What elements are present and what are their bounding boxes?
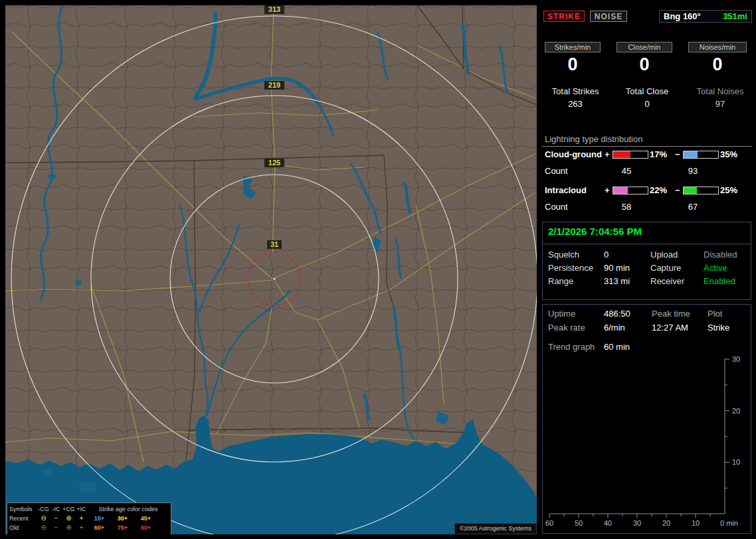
ic-plus-sign: + (605, 185, 610, 195)
plot-label: Plot (708, 309, 722, 319)
ring-label-313: 313 (264, 5, 284, 14)
bearing-distance-value: 351mi (723, 11, 747, 21)
range-label: Range (548, 276, 573, 286)
close-per-min-label: Close/min (616, 42, 672, 52)
trend-window-value: 60 min (604, 342, 630, 352)
svg-text:31: 31 (270, 240, 278, 248)
cg-minus-sign: − (675, 149, 680, 159)
cg-count-label: Count (545, 166, 568, 176)
bearing-value: Bng 160° (664, 11, 701, 21)
intracloud-label: Intracloud (545, 185, 587, 195)
trend-axis-labels: 30 20 10 60 50 40 30 20 10 0 min (545, 355, 740, 527)
neg-cg-recent-icon: ⊖ (37, 514, 50, 523)
lightning-tracker-app: 313 219 125 31 Symbols -CG (0, 0, 756, 539)
close-per-min-value: 0 (616, 54, 672, 75)
distribution-divider (542, 146, 752, 147)
total-strikes-value: 263 (542, 99, 609, 109)
sensor-location-dot (273, 277, 275, 279)
cg-negative-bar (683, 151, 719, 159)
svg-text:20: 20 (732, 407, 740, 415)
legend-row-old-label: Old (9, 523, 37, 532)
age-code-15: 15+ (88, 514, 111, 523)
svg-text:50: 50 (575, 519, 583, 527)
ic-negative-count: 67 (682, 202, 704, 212)
ic-negative-bar (683, 187, 719, 194)
svg-text:30: 30 (633, 519, 641, 527)
trend-axes (549, 359, 729, 518)
peak-rate-label: Peak rate (548, 323, 585, 333)
legend-age-header: Strike age color codes (88, 504, 169, 514)
persistence-value: 90 min (604, 263, 630, 273)
total-noises-label: Total Noises (684, 86, 756, 96)
strikes-per-min-value: 0 (545, 54, 601, 75)
legend-col-neg-ic: -IC (50, 504, 62, 514)
total-close-label: Total Close (613, 86, 682, 96)
strikes-per-min-label: Strikes/min (545, 42, 601, 52)
squelch-label: Squelch (548, 250, 579, 260)
datetime-divider (543, 244, 751, 244)
total-noises-value: 97 (684, 99, 756, 109)
cg-plus-sign: + (605, 149, 610, 159)
peak-rate-value: 6/min (604, 323, 625, 333)
map-view[interactable]: 313 219 125 31 Symbols -CG (5, 5, 537, 534)
distribution-title: Lightning type distribution (545, 134, 642, 144)
ring-label-31: 31 (267, 240, 282, 249)
copyright-notice: ©2005 Astrogenic Systems (454, 523, 537, 534)
pos-cg-old-icon: ⊕ (62, 523, 75, 532)
age-code-75: 75+ (111, 523, 134, 532)
legend-col-pos-ic: +IC (75, 504, 88, 514)
receiver-label: Receiver (650, 276, 684, 286)
uptime-value: 486:50 (604, 309, 630, 319)
neg-cg-old-icon: ⊖ (37, 523, 50, 532)
ic-positive-bar (613, 187, 648, 194)
legend-col-neg-cg: -CG (37, 504, 50, 514)
plot-value: Strike (708, 323, 729, 333)
capture-status: Active (704, 263, 727, 273)
pos-ic-old-icon: + (75, 523, 88, 532)
svg-text:40: 40 (604, 519, 612, 527)
legend-col-pos-cg: +CG (62, 504, 75, 514)
cg-positive-count: 45 (615, 166, 638, 176)
persistence-label: Persistence (548, 263, 593, 273)
age-code-90: 90+ (134, 523, 157, 532)
neg-ic-old-icon: − (50, 523, 62, 532)
pos-ic-recent-icon: + (75, 514, 88, 523)
peak-time-value: 12:27 AM (652, 323, 688, 333)
map-legend: Symbols -CG -IC +CG +IC Strike age color… (7, 502, 171, 534)
ic-minus-sign: − (675, 185, 680, 195)
age-code-60: 60+ (88, 523, 111, 532)
neg-ic-recent-icon: − (50, 514, 62, 523)
cg-positive-pct: 17% (650, 149, 674, 159)
total-strikes-label: Total Strikes (542, 86, 609, 96)
age-code-30: 30+ (111, 514, 134, 523)
map-svg: 313 219 125 31 (5, 5, 537, 534)
svg-text:60: 60 (545, 519, 553, 527)
svg-text:10: 10 (692, 519, 700, 527)
trend-graph-label: Trend graph (548, 342, 595, 352)
ic-count-label: Count (545, 202, 568, 212)
ring-label-219: 219 (264, 81, 284, 90)
cg-negative-count: 93 (682, 166, 704, 176)
system-status-box: 2/1/2026 7:04:56 PM Squelch 0 Upload Dis… (542, 222, 751, 300)
bearing-range-box: Bng 160° 351mi (659, 10, 752, 23)
range-value: 313 mi (604, 276, 630, 286)
legend-row-recent-label: Recent (9, 514, 37, 523)
noise-indicator-lamp: NOISE (590, 11, 627, 22)
status-panel: STRIKE NOISE Bng 160° 351mi Strikes/min … (542, 0, 756, 539)
svg-text:219: 219 (268, 81, 280, 89)
noises-per-min-label: Noises/min (688, 42, 747, 52)
strike-indicator-lamp: STRIKE (543, 11, 585, 22)
trend-chart: 30 20 10 60 50 40 30 20 10 0 min (544, 354, 750, 532)
svg-text:313: 313 (268, 5, 280, 13)
ic-positive-pct: 22% (650, 185, 674, 195)
ic-negative-pct: 25% (720, 185, 744, 195)
ring-label-125: 125 (264, 159, 284, 167)
trend-graph-box: Uptime 486:50 Peak time Plot Peak rate 6… (542, 304, 751, 534)
noises-per-min-value: 0 (688, 54, 747, 75)
receiver-status: Enabled (704, 276, 735, 286)
total-close-value: 0 (613, 99, 682, 109)
datetime-display: 2/1/2026 7:04:56 PM (548, 226, 642, 237)
svg-text:20: 20 (662, 519, 670, 527)
cg-negative-pct: 35% (720, 149, 744, 159)
age-code-45: 45+ (134, 514, 157, 523)
